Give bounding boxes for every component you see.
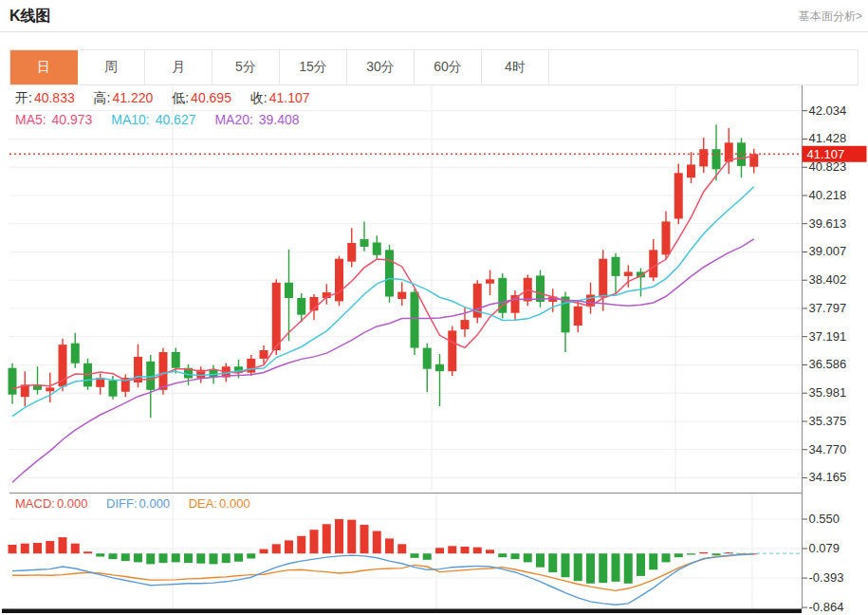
svg-text:34.165: 34.165 xyxy=(809,470,847,484)
close-label: 收: xyxy=(250,90,268,105)
dea-value: 0.000 xyxy=(219,496,250,511)
svg-text:41.107: 41.107 xyxy=(807,147,845,161)
low-value: 40.695 xyxy=(191,90,231,105)
svg-text:37.191: 37.191 xyxy=(809,329,847,344)
svg-text:35.375: 35.375 xyxy=(809,414,847,428)
svg-text:38.402: 38.402 xyxy=(809,272,847,287)
svg-text:40.218: 40.218 xyxy=(809,188,847,202)
svg-text:0.079: 0.079 xyxy=(809,541,840,555)
open-value: 40.833 xyxy=(34,90,75,105)
svg-text:39.007: 39.007 xyxy=(809,244,847,258)
low-label: 低: xyxy=(172,90,189,105)
svg-text:0.550: 0.550 xyxy=(809,512,840,526)
svg-text:36.586: 36.586 xyxy=(809,357,847,371)
diff-label: DIFF: xyxy=(106,496,138,511)
kline-page: { "header": { "title": "K线图", "link": "基… xyxy=(0,0,868,615)
ma10-value: 40.627 xyxy=(156,112,196,127)
ma20-value: 39.408 xyxy=(259,112,300,127)
ma20-label: MA20: xyxy=(214,112,252,127)
high-label: 高: xyxy=(94,90,111,105)
open-label: 开: xyxy=(15,90,32,105)
ohlc-legend: 开:40.833 高:41.220 低:40.695 收:41.107 xyxy=(15,90,325,107)
ma10-label: MA10: xyxy=(111,112,149,127)
svg-text:35.981: 35.981 xyxy=(809,385,847,400)
svg-text:39.613: 39.613 xyxy=(809,216,847,231)
svg-text:37.797: 37.797 xyxy=(809,301,847,315)
close-value: 41.107 xyxy=(269,90,310,105)
svg-text:41.428: 41.428 xyxy=(809,131,847,145)
macd-legend: MACD:0.000 DIFF:0.000 DEA:0.000 xyxy=(15,496,266,511)
high-value: 41.220 xyxy=(113,90,154,105)
svg-text:-0.393: -0.393 xyxy=(809,570,844,585)
ma5-label: MA5: xyxy=(15,112,46,127)
macd-label: MACD: xyxy=(15,496,55,511)
ma5-value: 40.973 xyxy=(52,112,93,127)
macd-value: 0.000 xyxy=(57,496,88,511)
svg-text:42.034: 42.034 xyxy=(809,103,847,118)
diff-value: 0.000 xyxy=(139,496,171,511)
svg-text:34.770: 34.770 xyxy=(809,442,847,457)
svg-text:-0.864: -0.864 xyxy=(809,600,844,614)
dea-label: DEA: xyxy=(189,496,217,511)
ma-legend: MA5: 40.973 MA10: 40.627 MA20: 39.408 xyxy=(15,112,315,127)
